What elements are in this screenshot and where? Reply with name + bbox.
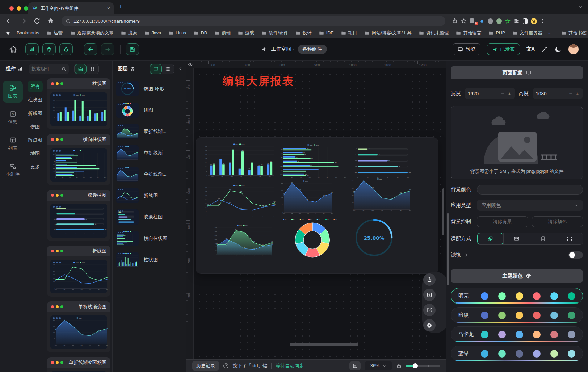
puzzle-icon[interactable]	[514, 18, 520, 24]
layer-item[interactable]: 柱状图	[116, 252, 182, 267]
bookmark-folder[interactable]: PHP	[485, 29, 508, 37]
width-input[interactable]	[468, 91, 486, 96]
toolbox-view-button[interactable]	[75, 64, 87, 74]
browser-tab[interactable]: 工作空间-各种组件 ×	[28, 2, 114, 14]
height-stepper[interactable]: −+	[533, 88, 583, 99]
sidebar-toggle-icon[interactable]	[523, 18, 528, 24]
maximize-window-button[interactable]	[24, 6, 28, 11]
height-increment-button[interactable]: +	[575, 91, 580, 96]
grid-view-button[interactable]	[87, 64, 98, 74]
back-icon[interactable]	[6, 17, 13, 25]
component-card[interactable]: 单折线渐变图 200150100500MonTueWedThuFriSatSun…	[47, 301, 110, 352]
bookmark-folder[interactable]: 运营	[43, 29, 66, 37]
bookmarks-label[interactable]: Bookmarks	[13, 29, 43, 37]
fit-width-button[interactable]	[503, 233, 530, 244]
theme-row-1[interactable]: 暗淡	[451, 307, 583, 323]
bookmark-folder[interactable]: 近期需要读的文章	[67, 29, 117, 37]
component-card[interactable]: 胶囊柱图 厦门20南阳40北京60上海80新疆100020406080100	[47, 190, 110, 241]
component-card[interactable]: 柱状图 350300250200150100500MonTueWedThuFri…	[47, 78, 110, 129]
edit-button[interactable]	[423, 304, 436, 316]
canvas-chart-bar[interactable]: 3503002502001501005001202001508070110130…	[203, 143, 276, 178]
layer-item[interactable]: 双折线渐...	[116, 124, 182, 139]
component-card[interactable]: 折线图 350300250200150100500MonTueWedThuFri…	[47, 246, 110, 297]
close-window-button[interactable]	[9, 6, 14, 11]
bookmark-folder[interactable]: Linux	[165, 29, 190, 37]
tab-close-icon[interactable]: ×	[107, 5, 110, 11]
layer-item[interactable]: 折线图	[116, 188, 182, 203]
new-tab-button[interactable]: +	[119, 4, 123, 10]
undo-button[interactable]	[84, 43, 97, 55]
app-home-icon[interactable]	[9, 45, 17, 53]
app-type-select[interactable]: 应用颜色	[477, 200, 583, 211]
slider-knob[interactable]	[413, 363, 418, 368]
layer-item[interactable]: 饼图	[116, 103, 182, 118]
bookmark-folder[interactable]: 游戏	[235, 29, 257, 37]
help-icon[interactable]	[223, 363, 229, 369]
canvas-chart-hbar[interactable]: 050100150200250300350Sun130160Sat110117F…	[278, 143, 349, 180]
theme-row-2[interactable]: 马卡龙	[451, 326, 583, 342]
export-button[interactable]	[423, 273, 436, 286]
zoom-slider[interactable]	[406, 363, 440, 368]
theme-color-header[interactable]: 主题颜色	[451, 269, 583, 283]
bookmark-folder[interactable]: 设计	[292, 29, 315, 37]
canvas-chart-line1[interactable]: 2001501005001202001508070110130MonTueWed…	[279, 180, 333, 215]
project-name-badge[interactable]: 各种组件	[298, 45, 327, 54]
user-avatar[interactable]	[568, 44, 579, 54]
minimize-window-button[interactable]	[17, 6, 21, 11]
bookmark-folder[interactable]: 搜索	[118, 29, 140, 37]
category-1[interactable]: 柱状图	[25, 95, 45, 105]
lock-icon[interactable]	[396, 363, 402, 369]
browser-menu-icon[interactable]	[540, 18, 545, 24]
search-input-wrap[interactable]	[29, 64, 69, 74]
chevron-right-icon[interactable]	[464, 253, 468, 257]
bookmark-folder[interactable]: DB	[190, 29, 210, 37]
canvas-chart-gline[interactable]: 2001501005001202001508070110130MonTueWed…	[349, 177, 411, 212]
fit-height-button[interactable]	[530, 233, 556, 244]
thumbnail-view-button[interactable]	[150, 64, 162, 74]
dark-mode-moon-icon[interactable]	[555, 46, 562, 53]
canvas-chart-donut[interactable]: MonTueWedThuFriSatSun	[281, 218, 344, 259]
preview-button[interactable]: 预览	[453, 43, 480, 55]
bookmark-star-icon[interactable]	[461, 18, 467, 24]
fit-stretch-button[interactable]	[556, 233, 583, 244]
bookmark-folder[interactable]: IDE	[316, 29, 337, 37]
category-2[interactable]: 折线图	[25, 108, 45, 119]
layer-item[interactable]: 单折线渐...	[116, 145, 182, 160]
profile-avatar[interactable]	[531, 18, 537, 24]
category-6[interactable]: 更多	[28, 162, 43, 172]
publish-button[interactable]: 已发布	[487, 43, 520, 55]
extension-badge-icon[interactable]: 9	[470, 18, 476, 24]
width-stepper[interactable]: −+	[465, 88, 515, 99]
redo-button[interactable]	[101, 43, 114, 55]
forward-icon[interactable]	[20, 17, 27, 25]
settings-button[interactable]	[423, 319, 436, 331]
clear-background-button[interactable]: 清除背景	[477, 216, 528, 227]
sidebar-nav-1[interactable]: A信息	[3, 107, 23, 129]
width-decrement-button[interactable]: −	[500, 91, 505, 96]
canvas-chart-ring[interactable]: 25.00%	[354, 218, 394, 257]
extension-icon[interactable]	[488, 18, 493, 24]
category-0[interactable]: 所有	[28, 81, 43, 92]
sidebar-nav-2[interactable]: 列表	[3, 133, 23, 155]
category-3[interactable]: 饼图	[28, 121, 43, 132]
width-increment-button[interactable]: +	[507, 91, 512, 96]
bookmarks-overflow-button[interactable]: »	[546, 30, 552, 36]
ruler-corner[interactable]	[186, 61, 194, 68]
theme-row-3[interactable]: 蓝绿	[451, 346, 583, 361]
import-button[interactable]	[423, 289, 436, 301]
background-upload-dropzone[interactable]: 背景图需小于 5M，格式为 png/jpg/gif 的文件	[451, 106, 583, 179]
height-input[interactable]	[536, 91, 554, 96]
other-bookmarks-button[interactable]: 其他书签	[558, 29, 588, 37]
window-controls[interactable]	[9, 6, 28, 11]
vertical-scrollbar[interactable]	[442, 188, 444, 235]
list-view-button[interactable]	[162, 64, 174, 74]
save-button[interactable]	[126, 43, 139, 55]
bookmark-folder[interactable]: Java	[141, 29, 164, 37]
board-title-text[interactable]: 编辑大屏报表	[223, 74, 294, 89]
layer-item[interactable]: 胶囊柱图	[116, 209, 182, 225]
bookmarks-star-icon[interactable]	[5, 30, 10, 36]
home-icon[interactable]	[47, 17, 54, 25]
extension-star-icon[interactable]	[505, 18, 511, 24]
dashboard-board[interactable]: 3503002502001501005001202001508070110130…	[196, 138, 438, 273]
bookmark-folder[interactable]: 前端	[211, 29, 234, 37]
